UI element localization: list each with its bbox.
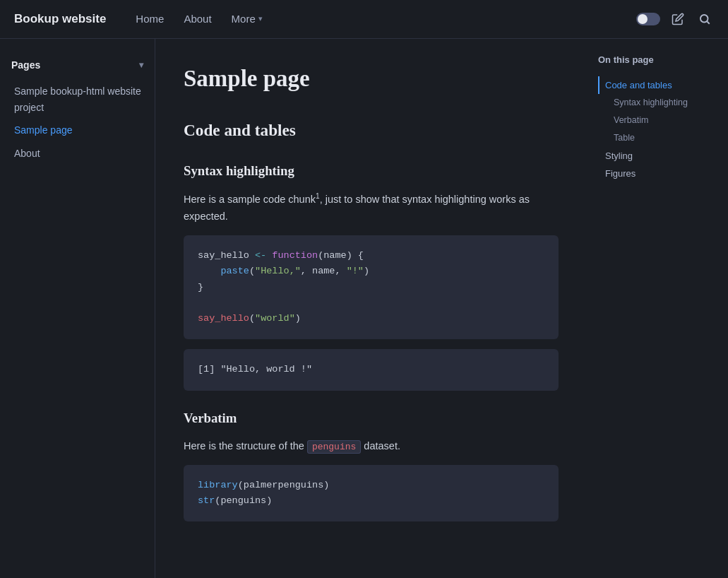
- main-content: Sample page Code and tables Syntax highl…: [155, 39, 587, 578]
- syntax-intro-text: Here is a sample code chunk1, just to sh…: [184, 190, 559, 225]
- verbatim-intro-text: Here is the structure of the penguins da…: [184, 437, 559, 455]
- code-line-blank: [198, 295, 544, 311]
- sidebar-section-label: Pages: [11, 57, 40, 73]
- nav-links: Home About More ▾: [127, 6, 636, 32]
- nav-more[interactable]: More ▾: [223, 6, 271, 32]
- toc-item-figures[interactable]: Figures: [598, 165, 717, 183]
- chevron-icon: ▾: [139, 59, 143, 72]
- theme-toggle[interactable]: [636, 13, 660, 25]
- subheading-verbatim: Verbatim: [184, 408, 559, 429]
- toc-item-syntax[interactable]: Syntax highlighting: [598, 94, 717, 112]
- chevron-down-icon: ▾: [258, 13, 263, 25]
- toc-item-styling[interactable]: Styling: [598, 147, 717, 165]
- inline-code-penguins: penguins: [307, 440, 361, 454]
- svg-point-0: [700, 15, 708, 23]
- verbatim-line-2: str(penguins): [198, 493, 544, 509]
- code-line-call: say_hello("world"): [198, 311, 544, 326]
- toc-item-verbatim[interactable]: Verbatim: [598, 112, 717, 129]
- toc-title: On this page: [598, 53, 717, 68]
- navbar: Bookup website Home About More ▾: [0, 0, 728, 39]
- nav-about[interactable]: About: [175, 6, 220, 32]
- search-icon[interactable]: [696, 10, 714, 28]
- right-sidebar-toc: On this page Code and tables Syntax high…: [587, 39, 728, 578]
- navbar-icons: [636, 10, 714, 28]
- edit-icon[interactable]: [669, 10, 687, 28]
- code-line-3: }: [198, 280, 544, 295]
- brand-logo[interactable]: Bookup website: [14, 9, 106, 28]
- sidebar-items: Sample bookup-html website project Sampl…: [0, 77, 155, 167]
- subheading-syntax: Syntax highlighting: [184, 160, 559, 182]
- left-sidebar: Pages ▾ Sample bookup-html website proje…: [0, 39, 155, 578]
- page-layout: Pages ▾ Sample bookup-html website proje…: [0, 39, 728, 578]
- sidebar-item-sample-page[interactable]: Sample page: [0, 119, 155, 141]
- sidebar-item-about[interactable]: About: [0, 142, 155, 165]
- section-heading-code-tables: Code and tables: [184, 117, 559, 143]
- svg-line-1: [707, 21, 709, 23]
- code-block-function: say_hello <- function(name) { paste("Hel…: [184, 235, 559, 339]
- code-block-verbatim: library(palmerpenguins) str(penguins): [184, 465, 559, 522]
- toc-item-code-tables[interactable]: Code and tables: [598, 76, 717, 95]
- toc-item-table[interactable]: Table: [598, 129, 717, 147]
- code-line-2: paste("Hello,", name, "!"): [198, 264, 544, 279]
- nav-home[interactable]: Home: [127, 6, 172, 32]
- sidebar-item-bookup[interactable]: Sample bookup-html website project: [0, 80, 155, 119]
- code-line-1: say_hello <- function(name) {: [198, 248, 544, 264]
- output-line: [1] "Hello, world !": [198, 362, 544, 377]
- verbatim-line-1: library(palmerpenguins): [198, 478, 544, 493]
- sidebar-section-header: Pages ▾: [0, 53, 155, 77]
- code-block-output: [1] "Hello, world !": [184, 349, 559, 390]
- page-title: Sample page: [184, 60, 559, 98]
